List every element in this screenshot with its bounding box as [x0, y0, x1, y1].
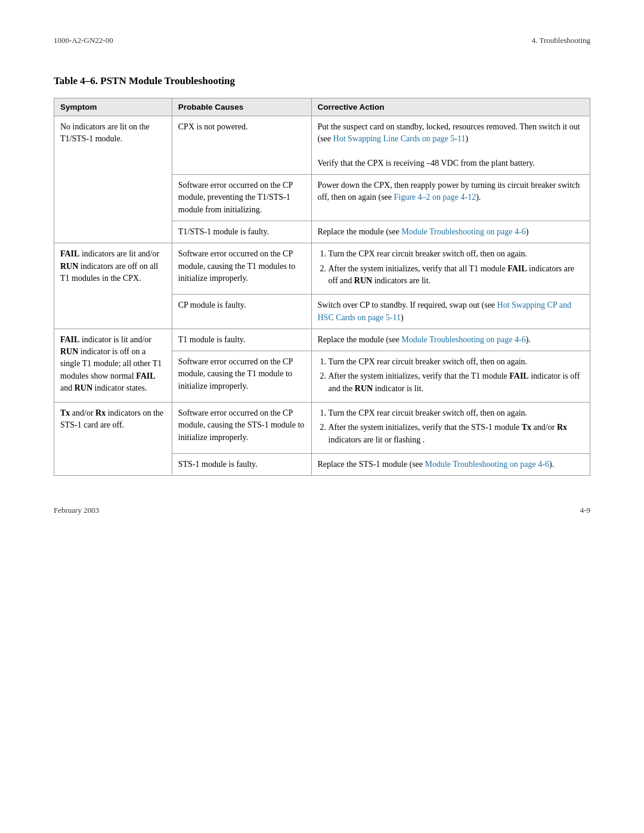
symptom-cell: Tx and/or Rx indicators on the STS-1 car…	[54, 402, 172, 476]
table-row: FAIL indicators are lit and/or RUN indic…	[54, 243, 590, 295]
causes-cell: Software error occurred on the CP module…	[172, 175, 311, 221]
col-action: Corrective Action	[311, 98, 590, 116]
action-cell: Turn the CPX rear circuit breaker switch…	[311, 243, 590, 295]
col-symptom: Symptom	[54, 98, 172, 116]
table-row: No indicators are lit on the T1/STS-1 mo…	[54, 116, 590, 175]
table-row: Tx and/or Rx indicators on the STS-1 car…	[54, 402, 590, 454]
action-cell: Power down the CPX, then reapply power b…	[311, 175, 590, 221]
symptom-cell: FAIL indicators are lit and/or RUN indic…	[54, 243, 172, 329]
action-cell: Replace the module (see Module Troublesh…	[311, 221, 590, 243]
link-module-troubleshooting-2[interactable]: Module Troubleshooting on page 4-6	[401, 335, 525, 344]
link-module-troubleshooting-3[interactable]: Module Troubleshooting on page 4-6	[425, 460, 549, 469]
action-cell: Replace the module (see Module Troublesh…	[311, 329, 590, 351]
page: 1000-A2-GN22-00 4. Troubleshooting Table…	[0, 0, 644, 833]
footer-left: February 2003	[54, 506, 99, 515]
causes-cell: CPX is not powered.	[172, 116, 311, 175]
causes-cell: Software error occurred on the CP module…	[172, 402, 311, 454]
causes-cell: T1 module is faulty.	[172, 329, 311, 351]
symptom-cell: No indicators are lit on the T1/STS-1 mo…	[54, 116, 172, 243]
table-row: FAIL indicator is lit and/or RUN indicat…	[54, 329, 590, 351]
link-hot-swap-cp[interactable]: Hot Swapping CP and HSC Cards on page 5-…	[318, 301, 571, 321]
link-figure-4-2[interactable]: Figure 4–2 on page 4-12	[394, 193, 476, 202]
action-cell: Turn the CPX rear circuit breaker switch…	[311, 402, 590, 454]
troubleshooting-table: Symptom Probable Causes Corrective Actio…	[54, 98, 590, 476]
symptom-cell: FAIL indicator is lit and/or RUN indicat…	[54, 329, 172, 402]
action-cell: Turn the CPX rear circuit breaker switch…	[311, 351, 590, 402]
link-module-troubleshooting-1[interactable]: Module Troubleshooting on page 4-6	[401, 227, 525, 236]
causes-cell: Software error occurred on the CP module…	[172, 351, 311, 402]
action-cell: Replace the STS-1 module (see Module Tro…	[311, 453, 590, 475]
causes-cell: CP module is faulty.	[172, 295, 311, 329]
action-cell: Put the suspect card on standby, locked,…	[311, 116, 590, 175]
action-cell: Switch over CP to standby. If required, …	[311, 295, 590, 329]
page-header: 1000-A2-GN22-00 4. Troubleshooting	[54, 36, 590, 45]
causes-cell: Software error occurred on the CP module…	[172, 243, 311, 295]
header-left: 1000-A2-GN22-00	[54, 36, 113, 45]
link-hot-swap-line[interactable]: Hot Swapping Line Cards on page 5-11	[333, 134, 466, 143]
header-right: 4. Troubleshooting	[532, 36, 590, 45]
causes-cell: T1/STS-1 module is faulty.	[172, 221, 311, 243]
table-title: Table 4–6. PSTN Module Troubleshooting	[54, 75, 590, 87]
footer-right: 4-9	[580, 506, 590, 515]
causes-cell: STS-1 module is faulty.	[172, 453, 311, 475]
page-footer: February 2003 4-9	[54, 506, 590, 515]
col-causes: Probable Causes	[172, 98, 311, 116]
